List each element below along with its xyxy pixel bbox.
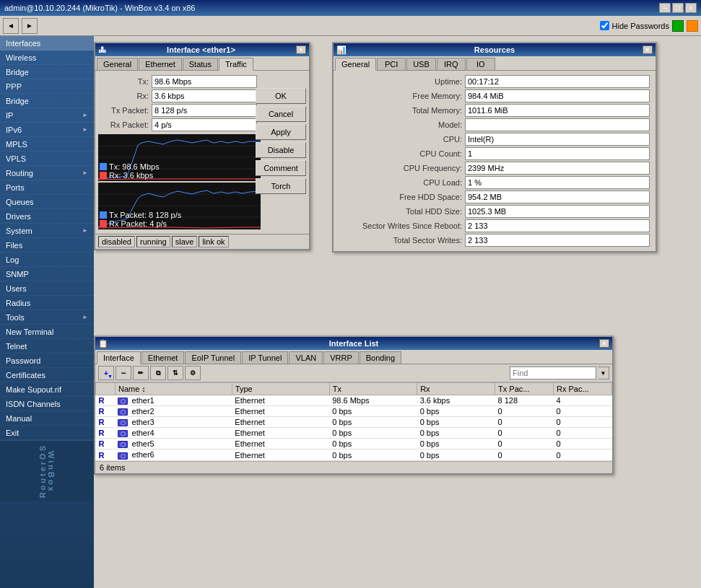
tx-packet-value[interactable] — [152, 104, 257, 117]
remove-interface-button[interactable]: − — [116, 366, 131, 380]
tab-ilist-eoip[interactable]: EoIP Tunnel — [185, 351, 241, 364]
sidebar-item-log-15[interactable]: Log — [0, 253, 94, 267]
col-txpac[interactable]: Tx Pac... — [495, 383, 554, 395]
ok-button[interactable]: OK — [256, 88, 306, 104]
sidebar-item-radius-18[interactable]: Radius — [0, 296, 94, 310]
back-button[interactable]: ◄ — [3, 18, 19, 34]
sidebar-item-ip-5[interactable]: IP► — [0, 108, 94, 123]
tab-ilist-vlan[interactable]: VLAN — [289, 351, 323, 364]
sidebar-item-interfaces-0[interactable]: Interfaces — [0, 36, 94, 51]
tab-resources-pci[interactable]: PCI — [377, 58, 406, 70]
tab-resources-usb[interactable]: USB — [406, 58, 436, 70]
tab-ilist-interface[interactable]: Interface — [97, 351, 141, 364]
tab-resources-general[interactable]: General — [335, 58, 376, 71]
sidebar-item-exit-27[interactable]: Exit — [0, 426, 94, 440]
maximize-button[interactable]: □ — [672, 3, 684, 13]
tab-ilist-iptunnel[interactable]: IP Tunnel — [242, 351, 288, 364]
sidebar-item-drivers-12[interactable]: Drivers — [0, 209, 94, 224]
res-value-1[interactable] — [465, 89, 650, 102]
sidebar-item-snmp-16[interactable]: SNMP — [0, 267, 94, 281]
res-value-10[interactable] — [465, 219, 650, 232]
sidebar-item-isdn-channels-25[interactable]: ISDN Channels — [0, 397, 94, 411]
tab-general[interactable]: General — [97, 58, 138, 70]
find-dropdown[interactable]: ▼ — [598, 367, 609, 379]
sidebar-item-ipv6-6[interactable]: IPv6► — [0, 123, 94, 137]
minimize-button[interactable]: − — [659, 3, 671, 13]
sidebar-item-wireless-1[interactable]: Wireless — [0, 51, 94, 65]
res-value-5[interactable] — [465, 147, 650, 160]
tab-resources-irq[interactable]: IRQ — [437, 58, 466, 70]
close-window-button[interactable]: × — [685, 3, 697, 13]
rx-packet-value[interactable] — [152, 118, 257, 131]
edit-interface-button[interactable]: ✏ — [133, 366, 149, 380]
tab-status[interactable]: Status — [183, 58, 218, 70]
apply-button[interactable]: Apply — [256, 124, 306, 140]
disable-button[interactable]: Disable — [256, 142, 306, 158]
res-value-11[interactable] — [465, 234, 650, 247]
col-rxpac[interactable]: Rx Pac... — [554, 383, 612, 395]
res-value-7[interactable] — [465, 176, 650, 189]
sort-interface-button[interactable]: ⇅ — [167, 366, 183, 380]
sidebar-item-certificates-23[interactable]: Certificates — [0, 368, 94, 382]
sidebar-item-system-13[interactable]: System► — [0, 224, 94, 238]
find-input[interactable] — [510, 367, 596, 379]
tab-ilist-vrrp[interactable]: VRRP — [323, 351, 359, 364]
col-type[interactable]: Type — [232, 383, 329, 395]
tx-value[interactable]: 98.6 Mbps — [152, 75, 257, 88]
tab-resources-io[interactable]: IO — [466, 58, 495, 70]
res-value-6[interactable] — [465, 162, 650, 175]
sidebar-item-ppp-3[interactable]: PPP — [0, 79, 94, 94]
res-value-9[interactable] — [465, 205, 650, 218]
sidebar-item-vpls-8[interactable]: VPLS — [0, 152, 94, 166]
col-tx[interactable]: Tx — [329, 383, 417, 395]
table-row[interactable]: R ⬡ ether5 Ethernet 0 bps 0 bps 0 0 — [96, 439, 612, 449]
resources-close[interactable]: × — [643, 45, 653, 54]
sidebar-item-telnet-21[interactable]: Telnet — [0, 339, 94, 354]
sidebar-item-password-22[interactable]: Password — [0, 354, 94, 368]
table-row[interactable]: R ⬡ ether2 Ethernet 0 bps 0 bps 0 0 — [96, 406, 612, 417]
tab-traffic[interactable]: Traffic — [219, 58, 253, 71]
col-name[interactable]: Name ↕ — [115, 383, 232, 395]
tab-ilist-bonding[interactable]: Bonding — [360, 351, 401, 364]
col-rx[interactable]: Rx — [417, 383, 495, 395]
comment-button[interactable]: Comment — [256, 160, 306, 176]
res-value-0[interactable] — [465, 75, 650, 88]
tab-ethernet[interactable]: Ethernet — [139, 58, 182, 70]
sidebar-item-tools-19[interactable]: Tools► — [0, 310, 94, 325]
filter-interface-button[interactable]: ⚙ — [185, 366, 201, 380]
res-value-2[interactable] — [465, 104, 650, 117]
table-row[interactable]: R ⬡ ether6 Ethernet 0 bps 0 bps 0 0 — [96, 449, 612, 460]
tab-ilist-ethernet[interactable]: Ethernet — [141, 351, 185, 364]
cancel-button[interactable]: Cancel — [256, 106, 306, 122]
interface-detail-tabs: General Ethernet Status Traffic — [95, 56, 309, 71]
copy-interface-button[interactable]: ⧉ — [150, 366, 166, 380]
sidebar-item-ports-10[interactable]: Ports — [0, 180, 94, 195]
res-value-8[interactable] — [465, 190, 650, 203]
sidebar-item-make-supout.rif-24[interactable]: Make Supout.rif — [0, 382, 94, 397]
rx-packet-label: Rx Packet: — [98, 120, 149, 129]
res-value-3[interactable] — [465, 118, 650, 131]
interface-detail-close[interactable]: × — [296, 45, 306, 54]
torch-button[interactable]: Torch — [256, 178, 306, 194]
col-flag[interactable] — [96, 383, 116, 395]
table-row[interactable]: R ⬡ ether4 Ethernet 0 bps 0 bps 0 0 — [96, 428, 612, 439]
sidebar-item-mpls-7[interactable]: MPLS — [0, 137, 94, 152]
interface-table-container: Name ↕ Type Tx Rx Tx Pac... Rx Pac... R … — [95, 382, 612, 461]
hide-passwords-checkbox[interactable] — [600, 21, 609, 30]
table-row[interactable]: R ⬡ ether1 Ethernet 98.6 Mbps 3.6 kbps 8… — [96, 395, 612, 406]
sidebar-item-manual-26[interactable]: Manual — [0, 411, 94, 426]
table-row[interactable]: R ⬡ ether3 Ethernet 0 bps 0 bps 0 0 — [96, 417, 612, 428]
add-interface-button[interactable]: + ▼ — [98, 366, 114, 380]
sidebar-item-queues-11[interactable]: Queues — [0, 195, 94, 209]
interface-list-close[interactable]: × — [599, 339, 609, 348]
forward-button[interactable]: ► — [22, 18, 38, 34]
sidebar-item-new-terminal-20[interactable]: New Terminal — [0, 325, 94, 339]
row-flag: R — [96, 449, 116, 460]
sidebar-item-users-17[interactable]: Users — [0, 281, 94, 296]
res-value-4[interactable] — [465, 133, 650, 146]
sidebar-item-bridge-4[interactable]: Bridge — [0, 94, 94, 108]
sidebar-item-routing-9[interactable]: Routing► — [0, 166, 94, 180]
sidebar-item-files-14[interactable]: Files — [0, 238, 94, 253]
rx-value[interactable]: 3.6 kbps — [152, 89, 257, 102]
sidebar-item-bridge-2[interactable]: Bridge — [0, 65, 94, 79]
